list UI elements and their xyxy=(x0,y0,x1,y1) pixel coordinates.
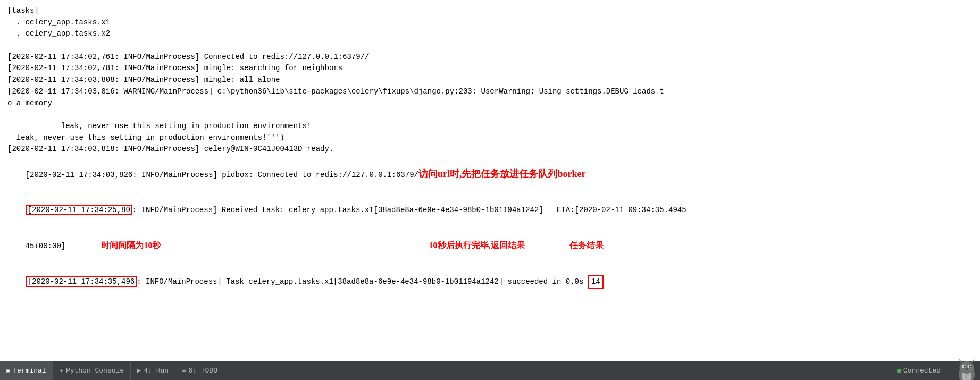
result-annotation: 任务结果 xyxy=(569,241,604,250)
svg-marker-4 xyxy=(971,358,975,362)
svg-point-16 xyxy=(965,375,966,377)
connected-dot xyxy=(897,369,901,373)
exec-annotation: 10秒后执行完毕,返回结果 xyxy=(429,241,525,250)
tab-run-label: 4: Run xyxy=(144,367,169,375)
line-log9-cont: 45+00:00] 时间间隔为10秒 10秒后执行完毕,返回结果 任务结果 xyxy=(7,227,973,264)
line-log9: [2020-02-11 17:34:25,80: INFO/MainProces… xyxy=(7,193,973,227)
terminal-icon: ▣ xyxy=(6,367,10,375)
connected-label: Connected xyxy=(903,367,941,375)
tab-run[interactable]: ▶ 4: Run xyxy=(131,361,175,380)
log8-annotation: 访问url时,先把任务放进任务队列borker xyxy=(418,168,586,179)
line-blank1 xyxy=(7,40,973,52)
line-log4b: o a memory xyxy=(7,98,973,109)
run-icon: ▶ xyxy=(137,367,141,375)
svg-point-18 xyxy=(966,376,967,379)
line-task1: . celery_app.tasks.x1 xyxy=(7,17,973,29)
svg-point-10 xyxy=(969,366,970,367)
log8-prefix: [2020-02-11 17:34:03,826: INFO/MainProce… xyxy=(26,171,418,179)
connected-status: Connected xyxy=(897,367,949,375)
svg-point-17 xyxy=(967,374,969,376)
line-log8: [2020-02-11 17:34:03,826: INFO/MainProce… xyxy=(7,155,973,193)
totoro-icon xyxy=(953,358,980,381)
line-log5: leak, never use this setting in producti… xyxy=(7,121,973,132)
log10-timestamp-box: [2020-02-11 17:34:35,496 xyxy=(26,276,137,287)
svg-marker-3 xyxy=(959,358,962,362)
bottom-bar: ▣ Terminal ✦ Python Console ▶ 4: Run ≡ 6… xyxy=(0,361,980,380)
line-log7: [2020-02-11 17:34:03,818: INFO/MainProce… xyxy=(7,143,973,155)
log9-suffix: : INFO/MainProcess] Received task: celer… xyxy=(132,206,686,214)
line-log6: leak, never use this setting in producti… xyxy=(7,132,973,144)
time-annotation: 时间间隔为10秒 xyxy=(101,241,161,250)
line-log1: [2020-02-11 17:34:02,761: INFO/MainProce… xyxy=(7,52,973,63)
line-task2: . celery_app.tasks.x2 xyxy=(7,28,973,40)
tab-python-console[interactable]: ✦ Python Console xyxy=(53,361,131,380)
svg-point-9 xyxy=(964,366,965,367)
tab-python-console-label: Python Console xyxy=(66,367,124,375)
tab-terminal[interactable]: ▣ Terminal xyxy=(0,361,53,380)
todo-icon: ≡ xyxy=(182,367,186,375)
log9-timestamp-box: [2020-02-11 17:34:25,80 xyxy=(26,205,132,215)
line-log3: [2020-02-11 17:34:03,808: INFO/MainProce… xyxy=(7,74,973,86)
log10-suffix: : INFO/MainProcess] Task celery_app.task… xyxy=(137,277,583,286)
svg-point-11 xyxy=(966,368,968,370)
log10-result-box: 14 xyxy=(588,275,604,289)
line-log4: [2020-02-11 17:34:03,816: WARNING/MainPr… xyxy=(7,86,973,98)
tab-todo[interactable]: ≡ 6: TODO xyxy=(175,361,224,380)
python-icon: ✦ xyxy=(60,367,63,375)
terminal-output: [tasks] . celery_app.tasks.x1 . celery_a… xyxy=(0,0,980,361)
line-tasks-header: [tasks] xyxy=(7,5,973,17)
line-log2: [2020-02-11 17:34:02,781: INFO/MainProce… xyxy=(7,63,973,74)
log9-cont-text: 45+00:00] xyxy=(26,242,66,250)
tab-todo-label: 6: TODO xyxy=(188,367,217,375)
tab-terminal-label: Terminal xyxy=(13,367,46,375)
svg-point-2 xyxy=(960,361,974,373)
line-log10: [2020-02-11 17:34:35,496: INFO/MainProce… xyxy=(7,264,973,300)
line-blank2 xyxy=(7,109,973,121)
